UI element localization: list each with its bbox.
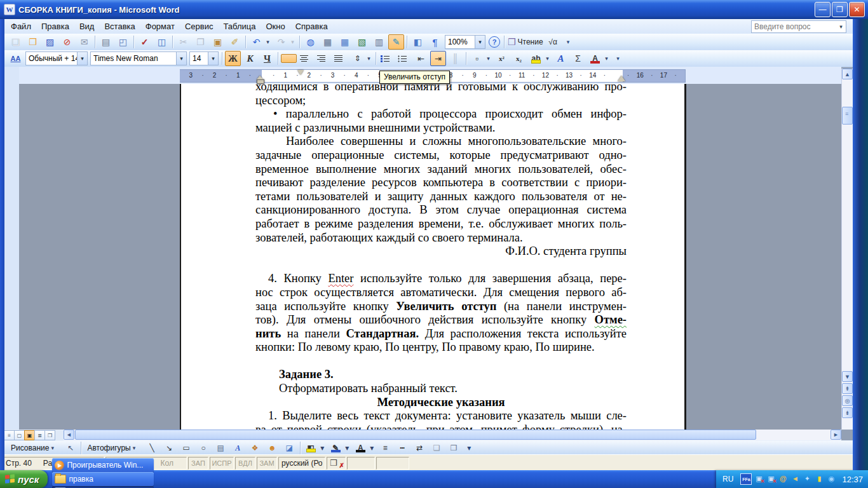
insert-table-button[interactable]: ▦ [337,34,353,50]
cut-button[interactable]: ✂ [175,34,191,50]
copy-button[interactable]: ❐ [193,34,208,50]
print-button[interactable]: ▤ [98,34,114,50]
autoshapes-menu-button[interactable]: Автофигуры▾ [83,442,143,455]
network-disconnected-icon[interactable]: ▣ [754,473,764,484]
menu-item-сервис[interactable]: Сервис [180,20,219,32]
ask-question-input[interactable]: Введите вопрос ▾ [751,20,846,33]
document-line[interactable]: Методические указания [255,396,627,410]
line-style-button[interactable]: ≡ [377,442,393,455]
scheduler-tray-icon[interactable]: ✦ [802,473,812,484]
highlight-dropdown[interactable]: ▾ [543,51,552,66]
font-color-dropdown[interactable]: ▾ [602,51,611,66]
show-paragraph-button[interactable]: ¶ [427,34,443,50]
line-color-dropdown[interactable]: ▾ [343,442,351,455]
battery-tray-icon[interactable]: ▮ [814,473,824,484]
document-line[interactable]: Наиболее совершенны и сложны многопользо… [255,135,627,149]
document-line[interactable]: печивают разделение ресурсов компьютера … [255,176,627,190]
insert-picture-button[interactable]: ◪ [281,442,297,455]
document-line[interactable]: 1. Выделите весь текст документа: устано… [255,409,627,423]
toolbar-options-button[interactable]: ▾ [564,34,573,50]
formula-button[interactable]: √α [545,34,561,50]
border-dropdown[interactable]: ▾ [484,51,492,66]
taskbar-clock[interactable]: 12:37 [842,475,863,484]
insert-wordart-button[interactable]: A [230,442,246,455]
new-document-button[interactable]: ❏ [8,34,24,50]
next-page-button[interactable]: ⇟ [842,407,853,418]
document-line[interactable]: санкционированного доступа. В этом случа… [255,203,627,217]
bullets-button[interactable] [396,54,412,63]
menu-item-файл[interactable]: Файл [6,20,36,32]
right-indent-marker[interactable] [618,76,625,81]
columns-button[interactable]: ▥ [371,34,387,50]
redo-button[interactable]: ↷ [273,34,289,50]
menu-item-вид[interactable]: Вид [74,20,100,32]
line-spacing-dropdown[interactable]: ▾ [365,51,373,66]
left-indent-marker[interactable] [257,76,263,79]
oval-button[interactable]: ○ [196,442,212,455]
normal-view-button[interactable]: ≡ [4,430,15,440]
font-size-combo[interactable]: 14▾ [189,51,219,65]
zoom-combo[interactable]: 100%▾ [445,35,485,49]
document-map-button[interactable]: ◧ [410,34,426,50]
numbering-button[interactable] [379,54,395,63]
media-tray-icon[interactable]: ◉ [826,473,836,484]
chevron-down-icon[interactable]: ▾ [176,52,186,65]
draw-font-color-button[interactable]: А [353,442,369,455]
email-button[interactable]: ✉ [76,34,92,50]
document-line[interactable] [255,355,627,369]
subscript-button[interactable]: x₂ [511,51,527,66]
underline-button[interactable]: Ч [259,51,275,66]
document-line[interactable]: работает в режиме разделения времени, т.… [255,217,627,231]
toolbar-options-button[interactable]: ▾ [614,51,622,66]
taskbar-task-wmp[interactable]: ▶Проигрыватель Win... [52,458,154,472]
paste-button[interactable]: ▣ [210,34,226,50]
select-browse-object-button[interactable]: ◎ [842,395,853,406]
language-indicator[interactable]: RU [722,475,733,484]
redo-dropdown[interactable]: ▾ [288,34,297,50]
spelling-button[interactable]: ✓ [137,34,153,50]
document-area[interactable]: ходящимися в оперативной памяти и готовы… [19,84,841,430]
arrow-button[interactable]: ↘ [161,442,177,455]
start-button[interactable]: пуск [0,470,48,488]
print-layout-button[interactable]: ▣ [24,430,35,440]
taskbar-task-folder[interactable]: правка [52,472,154,486]
hyperlink-button[interactable]: ◍ [302,34,318,50]
document-text[interactable]: ходящимися в оперативной памяти и готовы… [255,84,627,430]
menu-item-окно[interactable]: Окно [261,20,290,32]
document-line[interactable]: нить на панели Стандартная. Для располож… [255,327,627,341]
increase-indent-button[interactable]: ⇥ [430,51,446,66]
vertical-scrollbar-thumb[interactable] [842,107,853,125]
document-line[interactable]: • параллельно с работой процессора проис… [255,107,627,121]
document-line[interactable] [255,259,627,273]
menu-item-формат[interactable]: Формат [140,20,180,32]
document-line[interactable]: мацией с различными внешними устройствам… [255,121,627,135]
document-line[interactable]: тов). Для отмены ошибочного действия исп… [255,313,627,327]
decrease-indent-button[interactable]: ⇤ [413,51,429,66]
status-flag-зам[interactable]: ЗАМ [257,457,277,470]
italic-button[interactable]: К [242,51,258,66]
outline-view-button[interactable]: ≣ [34,430,45,440]
text-box-button[interactable]: ▤ [213,442,229,455]
drawing-button[interactable]: ✎ [388,34,404,50]
scroll-right-button[interactable]: ► [831,430,841,440]
document-line[interactable]: 4. Кнопку Enter используйте только для з… [255,272,627,286]
web-layout-button[interactable]: ▢ [14,430,25,440]
menu-item-справка[interactable]: Справка [290,20,333,32]
spelling-status-icon[interactable]: ❒✗ [327,457,346,470]
open-button[interactable]: ❒ [25,34,41,50]
status-flag-испр[interactable]: ИСПР [210,457,234,470]
dash-style-button[interactable]: ┅ [395,442,410,455]
undo-button[interactable]: ↶ [248,34,264,50]
undo-dropdown[interactable]: ▾ [264,34,272,50]
document-line[interactable]: зователей, работающих каждый со своего т… [255,231,627,245]
document-line[interactable]: заца используйте кнопку Увеличить отступ… [255,300,627,314]
align-justify-button[interactable] [332,54,348,63]
ffa-tray-icon[interactable]: FFa [740,473,752,485]
fill-color-dropdown[interactable]: ▾ [318,442,327,455]
line-button[interactable]: ╲ [144,442,160,455]
rectangle-button[interactable]: ▭ [179,442,194,455]
insert-diagram-button[interactable]: ❖ [247,442,263,455]
permission-button[interactable]: ⊘ [59,34,75,50]
vertical-scrollbar[interactable]: ▲ ▼ ⇞ ◎ ⇟ [841,69,853,430]
help-button[interactable]: ? [489,36,500,48]
